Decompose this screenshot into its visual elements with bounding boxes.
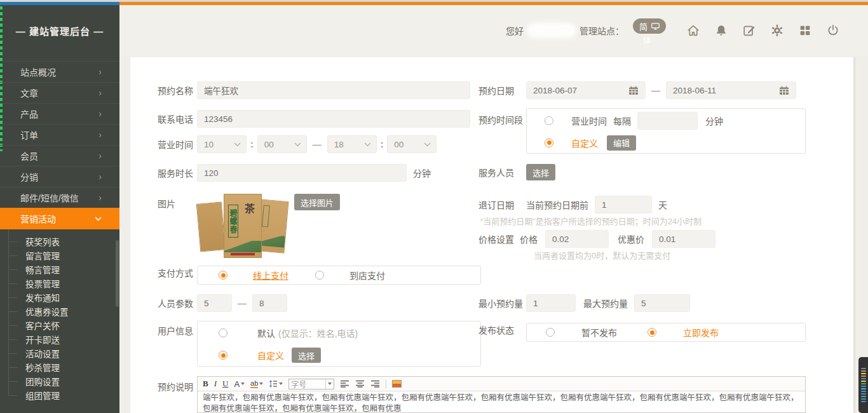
label-people-count: 人员参数 xyxy=(158,297,197,309)
sidebar-sub-team-mgmt[interactable]: 组团管理 xyxy=(25,388,119,402)
align-center-icon[interactable] xyxy=(355,380,365,388)
max-quota-input[interactable]: 5 xyxy=(634,294,690,312)
language-pill[interactable]: 简 xyxy=(633,18,666,34)
choose-image-button[interactable]: 选择图片 xyxy=(294,194,340,210)
edit-icon[interactable] xyxy=(742,24,756,37)
min-quota-input[interactable]: 1 xyxy=(526,294,576,312)
field-description: 预约说明 xyxy=(158,380,197,393)
sidebar-item-distribution[interactable]: 分销 › xyxy=(0,166,119,187)
calendar-icon[interactable] xyxy=(628,86,639,95)
power-icon[interactable] xyxy=(826,24,840,37)
sidebar-item-orders[interactable]: 订单 › xyxy=(0,124,119,145)
userinfo-custom-radio[interactable] xyxy=(219,351,227,360)
sidebar-scrollbar-thumb[interactable] xyxy=(116,240,119,307)
hours-to-minute-select[interactable]: 00 xyxy=(387,135,437,153)
label-contact-phone: 联系电话 xyxy=(158,112,197,125)
date-from-input[interactable]: 2018-06-07 xyxy=(526,81,646,99)
product-box-left xyxy=(196,201,226,252)
field-quota: 最小预约量 1 最大预约量 5 xyxy=(478,294,690,312)
chevron-down-icon xyxy=(234,142,241,147)
store-payment-label: 到店支付 xyxy=(349,269,385,281)
greeting-text: 您好 xyxy=(506,24,524,37)
refund-prefix: 当前预约日期前 xyxy=(526,198,588,211)
price-input[interactable]: 0.02 xyxy=(545,230,609,248)
font-color-button[interactable]: A xyxy=(234,379,245,389)
date-to-input[interactable]: 2018-06-11 xyxy=(666,81,796,99)
sidebar-item-marketing[interactable]: 营销活动 xyxy=(0,208,119,229)
sidebar-sub-message-mgmt[interactable]: 留言管理 xyxy=(25,248,119,262)
field-reservation-date: 预约日期 2018-06-07 — 2018-06-11 xyxy=(478,81,796,99)
online-payment-radio[interactable] xyxy=(219,271,227,280)
highlight-button[interactable]: ab xyxy=(250,379,263,388)
userinfo-default-radio[interactable] xyxy=(219,328,227,337)
userinfo-select-button[interactable]: 选择 xyxy=(292,348,321,363)
sidebar-item-articles[interactable]: 文章 › xyxy=(0,82,119,103)
timeslot-custom-radio[interactable] xyxy=(545,139,553,147)
app-logo: — 建站管理后台 — xyxy=(0,5,119,56)
hours-from-hour-select[interactable]: 10 xyxy=(197,135,247,153)
page-scrollbar-track[interactable] xyxy=(853,57,855,413)
people-max-input[interactable]: 8 xyxy=(252,294,287,312)
online-payment-label[interactable]: 线上支付 xyxy=(253,269,288,281)
promo-price-input[interactable]: 0.01 xyxy=(652,230,715,248)
language-wrap-char: 体 xyxy=(643,34,651,46)
sidebar-sub-award-list[interactable]: 获奖列表 xyxy=(25,234,119,248)
apps-icon[interactable] xyxy=(798,24,812,37)
sidebar-item-mail-sms-wechat[interactable]: 邮件/短信/微信 › xyxy=(0,187,119,208)
field-staff: 服务人员 选择 xyxy=(478,164,555,180)
people-min-input[interactable]: 5 xyxy=(197,294,232,312)
field-user-info: 用户信息 xyxy=(158,324,197,337)
hours-to-hour-select[interactable]: 18 xyxy=(327,135,377,153)
underline-button[interactable]: U xyxy=(222,379,228,389)
label-service-duration: 服务时长 xyxy=(158,166,197,179)
store-payment-radio[interactable] xyxy=(315,271,324,280)
language-switch: 简 体 xyxy=(633,21,666,40)
sidebar-item-members[interactable]: 会员 › xyxy=(0,145,119,166)
field-refund-date: 退订日期 当前预约日期前 1 天 xyxy=(478,196,667,213)
staff-select-button[interactable]: 选择 xyxy=(526,164,555,180)
chevron-right-icon: › xyxy=(98,193,102,203)
sidebar-sub-card-gift[interactable]: 开卡即送 xyxy=(25,332,119,346)
hours-from-minute-select[interactable]: 00 xyxy=(257,135,307,153)
sidebar-sub-activity-settings[interactable]: 活动设置 xyxy=(25,346,119,360)
font-size-select[interactable]: 字号 xyxy=(288,379,334,389)
timeslot-edit-button[interactable]: 编辑 xyxy=(607,135,636,151)
sidebar-sub-groupbuy-settings[interactable]: 团购设置 xyxy=(25,374,119,388)
timeslot-interval-input[interactable] xyxy=(637,112,698,130)
sidebar-sub-publish-notice[interactable]: 发布通知 xyxy=(25,290,119,304)
field-timeslot: 预约时间段 xyxy=(478,113,526,126)
bell-icon[interactable] xyxy=(714,24,728,37)
description-text[interactable]: 端午狂欢，包厢有优惠端午狂欢，包厢有优惠端午狂欢，包厢有优惠端午狂欢，包厢有优惠… xyxy=(198,391,805,413)
timeslot-group: 营业时间 每隔 分钟 自定义 编辑 xyxy=(526,108,806,154)
sidebar-sub-seckill-mgmt[interactable]: 秒杀管理 xyxy=(25,360,119,374)
home-icon[interactable] xyxy=(686,24,700,37)
label-business-hours: 营业时间 xyxy=(158,138,197,151)
publish-later-radio[interactable] xyxy=(546,328,555,337)
reservation-name-input[interactable]: 端午狂欢 xyxy=(197,81,470,99)
sidebar-sub-changyan-mgmt[interactable]: 畅言管理 xyxy=(25,262,119,276)
service-duration-input[interactable]: 120 xyxy=(197,164,407,182)
calendar-icon[interactable] xyxy=(779,86,789,95)
label-reservation-name: 预约名称 xyxy=(158,84,197,97)
chevron-right-icon: › xyxy=(98,109,102,119)
contact-phone-input[interactable]: 123456 xyxy=(197,110,470,128)
gear-icon[interactable] xyxy=(770,24,784,37)
line-height-button[interactable] xyxy=(269,380,283,388)
sidebar-item-site-overview[interactable]: 站点概况 › xyxy=(0,61,119,82)
sidebar-sub-vote-mgmt[interactable]: 投票管理 xyxy=(25,276,119,290)
sidebar-sub-customer-care[interactable]: 客户关怀 xyxy=(25,318,119,332)
refund-days-input[interactable]: 1 xyxy=(595,196,652,213)
timeslot-business-radio[interactable] xyxy=(545,116,553,125)
align-left-icon[interactable] xyxy=(340,380,349,388)
topbar: 您好 管理站点： 简 体 xyxy=(119,5,868,56)
sidebar-item-products[interactable]: 产品 › xyxy=(0,103,119,124)
chevron-right-icon: › xyxy=(98,151,102,161)
sidebar-menu: 站点概况 › 文章 › 产品 › 订单 › 会员 › 分销 › 邮件/短信/微信… xyxy=(0,61,119,402)
italic-button[interactable]: I xyxy=(214,379,217,389)
publish-now-radio[interactable] xyxy=(648,328,656,337)
insert-image-button[interactable] xyxy=(392,380,402,388)
label-reservation-date: 预约日期 xyxy=(478,84,523,97)
sidebar-sub-coupon-settings[interactable]: 优惠券设置 xyxy=(25,304,119,318)
align-right-icon[interactable] xyxy=(370,380,380,388)
bold-button[interactable]: B xyxy=(203,379,208,389)
